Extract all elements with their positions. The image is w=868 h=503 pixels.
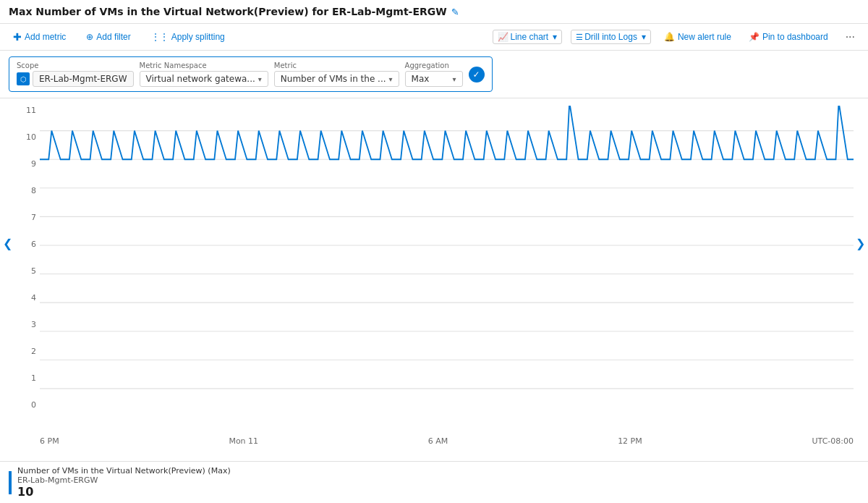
toolbar-right: 📈 Line chart ▾ ☰ Drill into Logs ▾ 🔔 New… [493,29,859,45]
line-chart-button[interactable]: 📈 Line chart ▾ [493,30,562,44]
scope-value: ER-Lab-Mgmt-ERGW [33,71,134,87]
add-metric-icon: ✚ [13,31,22,43]
new-alert-icon: 🔔 [664,32,675,42]
chart-container: 11 10 9 8 7 6 5 4 3 2 1 0 [0,98,868,453]
aggregation-select[interactable]: Max ▾ [405,71,463,87]
drill-logs-icon: ☰ [576,33,583,42]
new-alert-button[interactable]: 🔔 New alert rule [660,29,736,45]
chart-svg [40,106,854,417]
namespace-field: Metric Namespace Virtual network gatewa.… [140,62,268,87]
pin-dashboard-button[interactable]: 📌 Pin to dashboard [744,29,833,45]
aggregation-field: Aggregation Max ▾ [405,62,463,87]
add-filter-icon: ⊕ [86,32,93,42]
chart-nav-left-button[interactable]: ❮ [0,234,15,253]
chart-area [40,106,854,417]
legend: Number of VMs in the Virtual Network(Pre… [0,461,868,503]
namespace-select[interactable]: Virtual network gatewa... ▾ [140,71,268,87]
drill-logs-button[interactable]: ☰ Drill into Logs ▾ [571,30,651,44]
metric-dropdown-icon: ▾ [389,75,393,83]
page-title: Max Number of VMs in the Virtual Network… [9,6,459,17]
metric-bar: Scope ⬡ ER-Lab-Mgmt-ERGW Metric Namespac… [0,51,868,98]
page-header: Max Number of VMs in the Virtual Network… [0,0,868,24]
legend-color-bar [9,471,12,494]
add-metric-button[interactable]: ✚ Add metric [9,28,70,46]
chart-line [40,106,854,159]
scope-icon: ⬡ [17,72,30,85]
legend-text: Number of VMs in the Virtual Network(Pre… [17,466,231,499]
add-filter-button[interactable]: ⊕ Add filter [82,29,135,45]
line-chart-dropdown-icon: ▾ [553,32,557,42]
drill-logs-dropdown-icon: ▾ [642,32,646,42]
toolbar-left: ✚ Add metric ⊕ Add filter ⋮⋮ Apply split… [9,28,229,46]
toolbar: ✚ Add metric ⊕ Add filter ⋮⋮ Apply split… [0,24,868,51]
namespace-dropdown-icon: ▾ [258,75,262,83]
metric-row: Scope ⬡ ER-Lab-Mgmt-ERGW Metric Namespac… [9,56,493,92]
apply-splitting-icon: ⋮⋮ [151,32,169,42]
metric-select[interactable]: Number of VMs in the ... ▾ [274,71,399,87]
aggregation-dropdown-icon: ▾ [453,75,456,83]
y-axis: 11 10 9 8 7 6 5 4 3 2 1 0 [14,106,36,410]
x-axis: 6 PM Mon 11 6 AM 12 PM UTC-08:00 [40,436,854,446]
pin-dashboard-icon: 📌 [749,32,760,42]
confirm-icon[interactable]: ✓ [469,67,485,83]
scope-field: Scope ⬡ ER-Lab-Mgmt-ERGW [17,62,134,87]
line-chart-icon: 📈 [498,32,509,42]
metric-field: Metric Number of VMs in the ... ▾ [274,62,399,87]
chart-nav-right-button[interactable]: ❯ [853,234,868,253]
edit-title-icon[interactable]: ✎ [451,7,459,17]
apply-splitting-button[interactable]: ⋮⋮ Apply splitting [147,29,229,45]
more-options-button[interactable]: ··· [841,29,859,45]
